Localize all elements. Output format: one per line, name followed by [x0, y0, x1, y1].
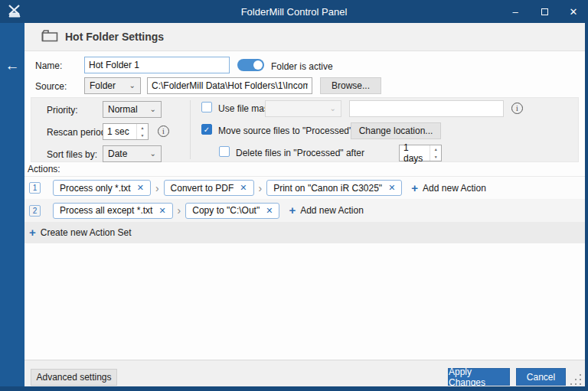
sort-files-value: Date: [108, 148, 127, 159]
action-chip[interactable]: Copy to "C:\Out"✕: [185, 203, 279, 219]
window-border-bottom: [0, 386, 588, 391]
add-new-action-button[interactable]: +Add new Action: [411, 183, 486, 194]
action-chip[interactable]: Process all except *.txt✕: [53, 203, 173, 219]
actions-label: Actions:: [28, 164, 60, 174]
folder-icon: [41, 29, 58, 45]
action-chip[interactable]: Convert to PDF✕: [164, 180, 254, 196]
back-button[interactable]: ←: [3, 57, 21, 75]
folder-options-panel: Priority: Normal ⌄ Rescan period: 1 sec …: [31, 97, 579, 162]
sort-files-dropdown[interactable]: Date ⌄: [103, 145, 162, 162]
folder-active-toggle[interactable]: [237, 59, 264, 71]
maximize-button[interactable]: [530, 0, 559, 23]
priority-label: Priority:: [47, 105, 78, 116]
action-chip[interactable]: Process only *.txt✕: [53, 180, 151, 196]
action-sets-list: 1Process only *.txt✕›Convert to PDF✕›Pri…: [24, 176, 585, 243]
folder-active-label: Folder is active: [271, 61, 333, 72]
name-label: Name:: [35, 60, 62, 71]
back-arrow-icon: ←: [5, 57, 20, 73]
create-action-set-label: Create new Action Set: [41, 227, 132, 238]
check-icon: ✓: [204, 125, 210, 134]
spinner-arrows: ▲ ▼: [430, 145, 441, 161]
file-mask-dropdown: ⌄: [265, 100, 341, 117]
remove-action-icon[interactable]: ✕: [137, 183, 144, 193]
resize-grip-dots: [580, 374, 581, 376]
rescan-period-label: Rescan period:: [47, 127, 109, 138]
remove-action-icon[interactable]: ✕: [266, 206, 273, 216]
window-border-right: [585, 23, 588, 391]
toggle-knob: [253, 60, 263, 70]
source-label: Source:: [35, 81, 67, 92]
remove-action-icon[interactable]: ✕: [158, 206, 165, 216]
delete-processed-label: Delete files in "Processed" after: [236, 148, 364, 158]
browse-button[interactable]: Browse...: [320, 77, 381, 94]
action-set-row: 1Process only *.txt✕›Convert to PDF✕›Pri…: [24, 176, 585, 199]
source-type-dropdown[interactable]: Folder ⌄: [84, 77, 141, 94]
name-input[interactable]: [84, 57, 230, 73]
action-chip-label: Convert to PDF: [171, 183, 234, 194]
source-type-value: Folder: [90, 80, 116, 91]
action-chip-label: Copy to "C:\Out": [192, 205, 260, 216]
maximize-icon: [541, 8, 548, 15]
sidebar: ←: [0, 23, 24, 386]
plus-icon: +: [411, 183, 418, 194]
spin-up-icon[interactable]: ▲: [137, 124, 148, 132]
priority-dropdown[interactable]: Normal ⌄: [103, 101, 162, 118]
spin-down-icon[interactable]: ▼: [430, 153, 441, 161]
spin-up-icon[interactable]: ▲: [430, 145, 441, 153]
spin-down-icon[interactable]: ▼: [137, 132, 148, 139]
action-set-index-badge[interactable]: 2: [29, 205, 41, 217]
titlebar: FolderMill Control Panel – ✕: [0, 0, 588, 23]
create-action-set-button[interactable]: + Create new Action Set: [29, 227, 132, 238]
chevron-down-icon: ⌄: [129, 82, 136, 90]
delete-after-value: 1 days: [403, 142, 430, 164]
close-icon: ✕: [570, 6, 578, 18]
cancel-button[interactable]: Cancel: [516, 368, 566, 386]
minimize-icon: –: [512, 6, 518, 18]
action-set-row: 2Process all except *.txt✕›Copy to "C:\O…: [24, 199, 585, 222]
content-area: Hot Folder Settings Name: Folder is acti…: [24, 23, 585, 386]
page-header: Hot Folder Settings: [24, 23, 585, 51]
page-title: Hot Folder Settings: [65, 31, 164, 43]
plus-icon: +: [29, 227, 36, 238]
action-chip[interactable]: Print on "Canon iR C3025"✕: [266, 180, 402, 196]
window-title: FolderMill Control Panel: [0, 6, 588, 18]
apply-changes-button[interactable]: Apply Changes: [448, 368, 510, 386]
remove-action-icon[interactable]: ✕: [240, 183, 247, 193]
file-mask-input: [349, 100, 504, 117]
rescan-info-icon[interactable]: i: [158, 125, 169, 137]
priority-value: Normal: [108, 104, 138, 115]
delete-processed-checkbox[interactable]: [219, 146, 230, 157]
foldermill-window: FolderMill Control Panel – ✕ ← Hot Folde…: [0, 0, 588, 391]
resize-grip[interactable]: [570, 374, 583, 385]
use-file-mask-checkbox[interactable]: [201, 102, 212, 112]
action-set-index-badge[interactable]: 1: [29, 182, 41, 194]
action-chip-label: Process all except *.txt: [60, 205, 152, 216]
chevron-down-icon: ⌄: [330, 105, 336, 112]
spinner-arrows: ▲ ▼: [136, 124, 148, 139]
change-location-button[interactable]: Change location...: [351, 122, 441, 139]
add-new-action-label: Add new Action: [423, 183, 486, 194]
action-chip-label: Process only *.txt: [60, 183, 131, 194]
source-path-input[interactable]: [147, 77, 312, 94]
close-button[interactable]: ✕: [559, 0, 588, 23]
rescan-period-value: 1 sec: [107, 126, 129, 137]
move-processed-checkbox[interactable]: ✓: [201, 124, 212, 135]
add-new-action-button[interactable]: +Add new Action: [289, 205, 364, 216]
minimize-button[interactable]: –: [501, 0, 530, 23]
file-mask-info-icon[interactable]: i: [511, 103, 523, 114]
action-chip-label: Print on "Canon iR C3025": [273, 183, 382, 194]
delete-after-spinner[interactable]: 1 days ▲ ▼: [399, 145, 442, 161]
footer-bar: Advanced settings Apply Changes Cancel: [24, 360, 585, 386]
chevron-down-icon: ⌄: [150, 106, 156, 113]
chevron-separator-icon: ›: [155, 182, 159, 194]
plus-icon: +: [289, 205, 296, 216]
panel-divider: [190, 100, 191, 159]
sort-files-label: Sort files by:: [47, 149, 97, 160]
advanced-settings-button[interactable]: Advanced settings: [31, 369, 117, 386]
add-new-action-label: Add new Action: [300, 205, 364, 216]
chevron-separator-icon: ›: [178, 204, 181, 217]
rescan-period-spinner[interactable]: 1 sec ▲ ▼: [103, 123, 149, 140]
create-action-set-row: + Create new Action Set: [24, 222, 585, 243]
remove-action-icon[interactable]: ✕: [388, 183, 395, 193]
chevron-separator-icon: ›: [259, 182, 263, 194]
